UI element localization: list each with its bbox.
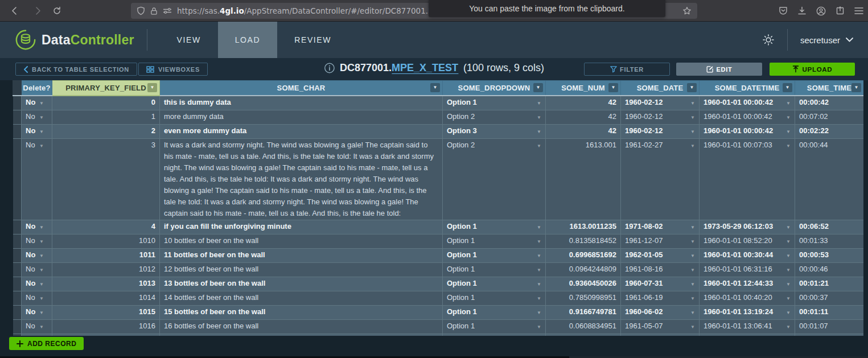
cell-some-num[interactable]: 0.0964244809	[546, 262, 621, 277]
row-handle[interactable]	[13, 110, 22, 124]
cell-some-num[interactable]: 0.9166749781	[546, 305, 621, 319]
cell-some-time[interactable]: 00:01:33	[795, 234, 864, 248]
cell-some-date[interactable]: 1960-02-12	[621, 110, 700, 124]
cell-some-num[interactable]: 0.6996851692	[546, 248, 621, 262]
cell-some-dropdown[interactable]: Option 1	[443, 234, 546, 248]
back-to-table-selection-button[interactable]: BACK TO TABLE SELECTION	[15, 63, 137, 76]
cell-some-datetime[interactable]: 1960-01-01 13:06:41	[700, 319, 795, 334]
cell-delete[interactable]: No	[22, 248, 52, 262]
cell-some-date[interactable]: 1960-10-23	[621, 334, 700, 336]
cell-delete[interactable]: No	[22, 110, 52, 124]
cell-some-date[interactable]: 1961-12-07	[621, 234, 700, 248]
cell-some-datetime[interactable]: 1960-01-01 00:00:42	[700, 124, 795, 138]
row-handle[interactable]	[13, 319, 22, 334]
column-filter-icon[interactable]: ▼	[608, 83, 618, 92]
cell-some-date[interactable]: 1960-06-02	[621, 305, 700, 319]
cell-some-num[interactable]: 42	[546, 110, 621, 124]
cell-some-date[interactable]: 1962-01-05	[621, 248, 700, 262]
cell-some-dropdown[interactable]: Option 2	[443, 110, 546, 124]
cell-some-char[interactable]: even more dummy data	[160, 124, 443, 138]
cell-some-time[interactable]: 00:00:53	[795, 248, 864, 262]
cell-some-datetime[interactable]: 1960-01-01 13:19:24	[700, 305, 795, 319]
cell-some-num[interactable]: 0.8466583159	[546, 334, 621, 336]
cell-some-dropdown[interactable]: Option 1	[443, 262, 546, 277]
cell-some-num[interactable]: 0.7850998951	[546, 291, 621, 305]
cell-some-datetime[interactable]: 1960-01-01 11:20:09	[700, 334, 795, 336]
cell-some-char[interactable]: 16 bottles of beer on the wall	[160, 319, 443, 334]
cell-some-char[interactable]: more dummy data	[160, 110, 443, 124]
cell-some-time[interactable]: 00:00:37	[795, 291, 864, 305]
cell-some-time[interactable]: 00:01:21	[795, 277, 864, 291]
cell-some-date[interactable]: 1960-02-12	[621, 124, 700, 138]
cell-some-char[interactable]: 12 bottles of beer on the wall	[160, 262, 443, 277]
cell-some-date[interactable]: 1971-08-02	[621, 220, 700, 234]
cell-some-datetime[interactable]: 1960-01-01 06:31:16	[700, 262, 795, 277]
info-icon[interactable]	[324, 63, 335, 73]
cell-delete[interactable]: No	[22, 220, 52, 234]
cell-some-dropdown[interactable]: Option 1	[443, 291, 546, 305]
cell-primary-key[interactable]: 2	[52, 124, 160, 138]
cell-primary-key[interactable]: 1013	[52, 277, 160, 291]
cell-primary-key[interactable]: 4	[52, 220, 160, 234]
edit-button[interactable]: EDIT	[676, 63, 762, 76]
cell-some-dropdown[interactable]: Option 1	[443, 96, 546, 110]
cell-primary-key[interactable]: 0	[52, 96, 160, 110]
app-logo[interactable]: DataController	[0, 29, 134, 51]
cell-delete[interactable]: No	[22, 262, 52, 277]
table-name-link[interactable]: MPE_X_TEST	[392, 62, 458, 74]
add-record-button[interactable]: ADD RECORD	[9, 337, 84, 350]
cell-some-datetime[interactable]: 1973-05-29 06:12:03	[700, 220, 795, 234]
cell-some-num[interactable]: 1613.001	[546, 138, 621, 220]
cell-primary-key[interactable]: 1011	[52, 248, 160, 262]
cell-some-dropdown[interactable]: Option 1	[443, 220, 546, 234]
cell-some-num[interactable]: 42	[546, 96, 621, 110]
pocket-icon[interactable]	[779, 6, 788, 15]
cell-some-dropdown[interactable]: Option 1	[443, 319, 546, 334]
cell-some-time[interactable]: 00:01:11	[795, 305, 864, 319]
cell-some-char[interactable]: 15 bottles of beer on the wall	[160, 305, 443, 319]
cell-some-datetime[interactable]: 1960-01-01 00:07:03	[700, 138, 795, 220]
cell-some-date[interactable]: 1960-02-12	[621, 96, 700, 110]
cell-some-num[interactable]: 1613.0011235	[546, 220, 621, 234]
cell-delete[interactable]: No	[22, 234, 52, 248]
row-handle[interactable]	[13, 334, 22, 336]
cell-some-date[interactable]: 1961-06-19	[621, 291, 700, 305]
row-handle[interactable]	[13, 138, 22, 220]
cell-delete[interactable]: No	[22, 319, 52, 334]
cell-some-char[interactable]: 17 bottles of beer on the wall	[160, 334, 443, 336]
cell-some-time[interactable]: 00:07:02	[795, 110, 864, 124]
cell-primary-key[interactable]: 1015	[52, 305, 160, 319]
cell-delete[interactable]: No	[22, 138, 52, 220]
cell-primary-key[interactable]: 1	[52, 110, 160, 124]
cell-some-date[interactable]: 1961-08-16	[621, 262, 700, 277]
column-filter-icon[interactable]: ▼	[851, 83, 861, 92]
firefox-view-icon[interactable]	[836, 6, 845, 15]
cell-delete[interactable]: No	[22, 334, 52, 336]
row-handle[interactable]	[13, 291, 22, 305]
cell-some-char[interactable]: It was a dark and stormy night. The wind…	[160, 138, 443, 220]
cell-some-date[interactable]: 1961-05-07	[621, 319, 700, 334]
cell-some-dropdown[interactable]: Option 1	[443, 277, 546, 291]
row-handle[interactable]	[13, 96, 22, 110]
cell-some-datetime[interactable]: 1960-01-01 00:00:42	[700, 110, 795, 124]
reload-icon[interactable]	[50, 4, 64, 18]
cell-some-char[interactable]: 11 bottles of beer on the wall	[160, 248, 443, 262]
cell-delete[interactable]: No	[22, 291, 52, 305]
cell-some-datetime[interactable]: 1960-01-01 12:44:33	[700, 277, 795, 291]
row-handle[interactable]	[13, 248, 22, 262]
cell-some-char[interactable]: if you can fill the unforgiving minute	[160, 220, 443, 234]
cell-delete[interactable]: No	[22, 277, 52, 291]
row-handle[interactable]	[13, 305, 22, 319]
tracking-shield-icon[interactable]	[137, 6, 145, 15]
forward-icon[interactable]	[31, 4, 44, 18]
cell-some-time[interactable]: 00:00:19	[795, 334, 864, 336]
tab-review[interactable]: REVIEW	[277, 22, 348, 58]
column-filter-icon[interactable]: ▼	[687, 83, 697, 92]
cell-primary-key[interactable]: 1014	[52, 291, 160, 305]
cell-some-datetime[interactable]: 1960-01-01 00:00:42	[700, 96, 795, 110]
cell-some-dropdown[interactable]: Option 1	[443, 305, 546, 319]
downloads-icon[interactable]	[797, 6, 807, 15]
row-handle[interactable]	[13, 234, 22, 248]
tab-view[interactable]: VIEW	[160, 22, 218, 58]
cell-some-dropdown[interactable]: Option 3	[443, 124, 546, 138]
